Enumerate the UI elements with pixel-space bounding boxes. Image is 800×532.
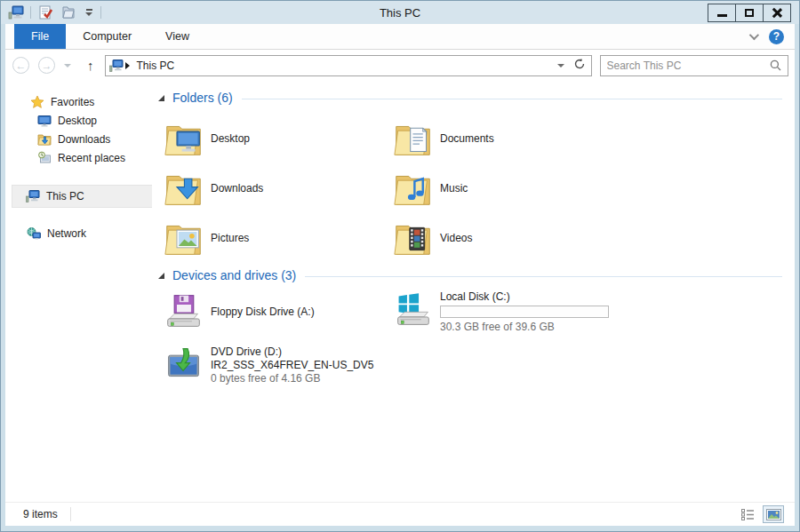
status-bar: 9 items [5, 502, 795, 526]
close-icon [772, 7, 782, 18]
ribbon-tab-bar: File Computer View ? [5, 24, 795, 50]
recent-locations-icon[interactable] [64, 64, 71, 67]
downloads-folder-icon [164, 169, 204, 209]
sidebar-label: Desktop [58, 115, 97, 127]
free-space-label: 30.3 GB free of 39.6 GB [440, 321, 609, 333]
toolbar-separator [100, 6, 101, 19]
sidebar-item-desktop[interactable]: Desktop [5, 111, 152, 130]
tab-view[interactable]: View [148, 24, 206, 49]
item-label: Documents [440, 132, 494, 145]
collapse-group-icon[interactable] [158, 95, 164, 101]
maximize-icon [745, 9, 754, 17]
thumbnail-view-icon [766, 509, 781, 520]
expand-ribbon-icon[interactable] [749, 30, 759, 40]
ribbon-right-controls: ? [749, 24, 795, 49]
tab-computer[interactable]: Computer [66, 24, 148, 49]
sidebar-item-recent-places[interactable]: Recent places [5, 148, 152, 167]
network-icon [27, 226, 41, 241]
drive-tile-local-disk[interactable]: Local Disk (C:) 30.3 GB free of 39.6 GB [393, 290, 660, 333]
group-header-devices[interactable]: Devices and drives (3) [158, 268, 795, 282]
item-sublabel: IR2_SSS_X64FREV_EN-US_DV5 [211, 359, 373, 371]
collapse-group-icon[interactable] [158, 273, 164, 279]
computer-icon [109, 59, 124, 73]
navigation-pane: Favorites Desktop Downloads [5, 81, 152, 502]
address-bar[interactable]: This PC [105, 55, 592, 76]
forward-button[interactable]: → [38, 57, 55, 74]
folder-tile-desktop[interactable]: Desktop [164, 114, 393, 163]
desktop-icon [37, 114, 52, 128]
maximize-button[interactable] [735, 4, 764, 22]
item-label: Local Disk (C:) [440, 290, 609, 303]
breadcrumb[interactable]: This PC [124, 60, 175, 72]
sidebar-item-downloads[interactable]: Downloads [5, 130, 152, 148]
address-bar-controls [557, 58, 588, 73]
local-disk-icon [393, 290, 433, 330]
navigation-bar: ← → ↑ This PC [5, 50, 795, 81]
drive-details: Local Disk (C:) 30.3 GB free of 39.6 GB [440, 290, 609, 333]
devices-grid: Floppy Disk Drive (A:) Local Disk (C:) 3… [164, 290, 795, 385]
quick-access-toolbar [1, 4, 101, 21]
videos-folder-icon [393, 218, 433, 258]
back-button[interactable]: ← [12, 57, 29, 74]
search-icon[interactable] [764, 60, 788, 71]
titlebar: This PC [1, 1, 799, 24]
content-area: Favorites Desktop Downloads [5, 81, 795, 502]
breadcrumb-root-label[interactable]: This PC [137, 60, 175, 72]
items-view: Folders (6) Desktop Downloads [152, 81, 795, 502]
downloads-icon [37, 132, 52, 147]
window-controls [708, 4, 799, 22]
free-space-label: 0 bytes free of 4.16 GB [211, 372, 373, 385]
item-label: Floppy Disk Drive (A:) [211, 306, 315, 318]
desktop-folder-icon [164, 119, 204, 159]
computer-icon [26, 189, 40, 203]
sidebar-item-favorites[interactable]: Favorites [5, 92, 152, 111]
folder-tile-music[interactable]: Music [393, 163, 660, 213]
item-label: Desktop [211, 132, 250, 145]
item-label: Downloads [211, 182, 263, 195]
computer-icon[interactable] [7, 4, 25, 21]
search-input[interactable] [601, 60, 764, 72]
thumbnail-view-button[interactable] [763, 505, 784, 523]
folder-tile-downloads[interactable]: Downloads [164, 163, 393, 213]
explorer-window: This PC File Computer View ? ← → ↑ [0, 0, 800, 532]
sidebar-label: This PC [46, 190, 84, 202]
disk-usage-bar [440, 306, 609, 318]
item-label: Pictures [211, 232, 249, 244]
search-box [600, 55, 788, 76]
help-icon[interactable]: ? [769, 29, 784, 44]
group-title: Folders (6) [172, 91, 233, 105]
recent-places-icon [37, 151, 52, 165]
window-title: This PC [1, 6, 799, 20]
folder-tile-documents[interactable]: Documents [393, 114, 660, 163]
new-folder-icon[interactable] [60, 4, 77, 21]
drive-tile-dvd[interactable]: DVD Drive (D:) IR2_SSS_X64FREV_EN-US_DV5… [164, 344, 393, 385]
details-view-button[interactable] [737, 505, 758, 523]
minimize-button[interactable] [708, 4, 736, 22]
item-label: Music [440, 182, 468, 195]
address-dropdown-icon[interactable] [557, 64, 564, 67]
drive-tile-floppy[interactable]: Floppy Disk Drive (A:) [164, 290, 393, 333]
group-divider [242, 99, 782, 99]
close-button[interactable] [763, 4, 791, 22]
tab-file[interactable]: File [14, 24, 66, 49]
folders-grid: Desktop Downloads Pictures [164, 114, 795, 263]
group-title: Devices and drives (3) [172, 268, 296, 282]
sidebar-item-network[interactable]: Network [5, 224, 152, 243]
star-icon [30, 95, 44, 109]
group-header-folders[interactable]: Folders (6) [158, 91, 795, 105]
sidebar-label: Recent places [58, 152, 125, 164]
folder-tile-pictures[interactable]: Pictures [164, 213, 393, 263]
music-folder-icon [393, 169, 433, 209]
view-toggle-buttons [737, 505, 784, 523]
toolbar-dropdown-icon[interactable] [83, 4, 95, 21]
item-label: DVD Drive (D:) [211, 345, 373, 358]
sidebar-label: Network [47, 227, 86, 240]
toolbar-separator [30, 6, 31, 19]
sidebar-item-this-pc[interactable]: This PC [12, 185, 152, 208]
folder-tile-videos[interactable]: Videos [393, 213, 660, 263]
refresh-icon[interactable] [573, 58, 586, 73]
up-button[interactable]: ↑ [87, 58, 94, 73]
properties-icon[interactable] [36, 4, 54, 21]
breadcrumb-arrow-icon[interactable] [125, 62, 130, 69]
documents-folder-icon [393, 119, 433, 159]
